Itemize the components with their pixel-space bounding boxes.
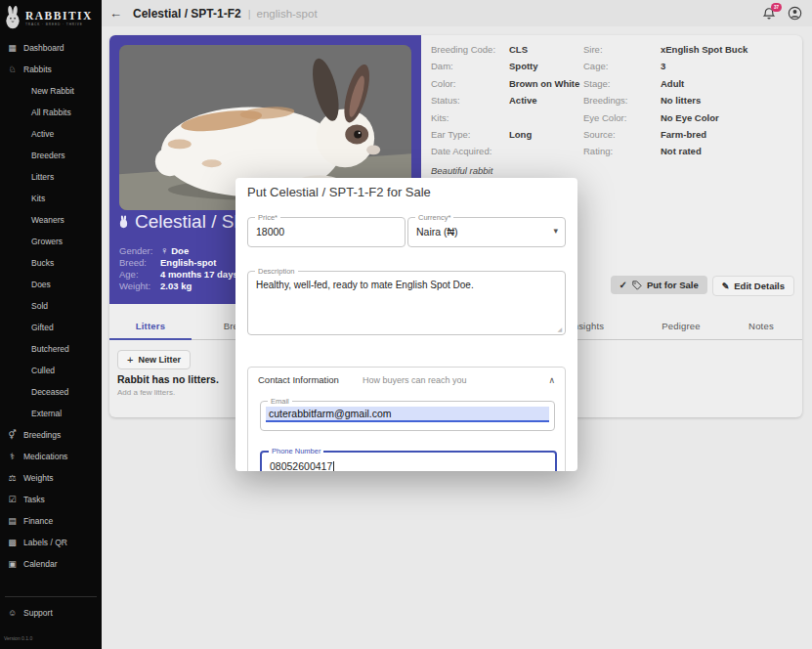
sidebar-item-labels-qr[interactable]: ▩ Labels / QR <box>0 532 102 553</box>
sidebar-item-label: Breeders <box>31 151 65 160</box>
contact-header: Contact Information How buyers can reach… <box>248 368 565 385</box>
calendar-icon: ▣ <box>6 559 19 569</box>
edit-details-button[interactable]: ✎ Edit Details <box>712 276 794 296</box>
detail-value: Adult <box>661 78 796 89</box>
detail-label: Breeding Code: <box>431 44 509 55</box>
notification-badge: 37 <box>771 3 782 12</box>
back-icon[interactable]: ← <box>109 6 122 21</box>
detail-label: Color: <box>431 78 509 89</box>
sidebar-item-medications[interactable]: ⚕ Medications <box>0 446 102 467</box>
detail-label: Stage: <box>583 78 661 89</box>
detail-label: Dam: <box>431 61 509 71</box>
details-column-right: Sire: xEnglish Spot Buck Cage: 3 Stage: … <box>583 44 796 163</box>
detail-label: Ear Type: <box>431 129 509 140</box>
breedings-icon: ⚥ <box>6 430 19 440</box>
email-field[interactable]: Email cuterabbitfarm@gmail.com <box>260 401 555 431</box>
currency-label: Currency* <box>415 213 453 222</box>
sidebar-item-culled[interactable]: Culled <box>0 360 102 381</box>
description-field[interactable]: Description Healthy, well-fed, ready to … <box>247 271 566 335</box>
sidebar-item-breedings[interactable]: ⚥ Breedings <box>0 424 102 446</box>
detail-label: Source: <box>583 129 661 140</box>
sidebar-item-all-rabbits[interactable]: All Rabbits <box>0 102 102 123</box>
sidebar-item-tasks[interactable]: ☑ Tasks <box>0 489 102 510</box>
sidebar-item-label: Litters <box>31 172 54 182</box>
detail-label: Sire: <box>583 44 661 55</box>
summary-row-breed: Breed: English-spot <box>119 256 238 268</box>
detail-label: Date Acquired: <box>431 146 509 156</box>
summary-value: 4 months 17 days <box>160 269 238 280</box>
sidebar-item-support[interactable]: ☺ Support <box>0 602 102 624</box>
brand-tagline: TRACK · BREED · THRIVE <box>25 22 93 26</box>
sidebar-item-label: Finance <box>23 516 53 526</box>
put-for-sale-button[interactable]: ✓ Put for Sale <box>611 276 707 294</box>
detail-value: Brown on White <box>509 78 581 89</box>
sidebar-item-sold[interactable]: Sold <box>0 295 102 317</box>
sidebar-item-label: Kits <box>31 194 45 203</box>
sidebar-item-label: All Rabbits <box>31 108 71 117</box>
notifications-button[interactable]: 37 <box>762 7 776 21</box>
detail-value: Active <box>509 95 581 106</box>
logo[interactable]: RABBITIX TRACK · BREED · THRIVE <box>0 0 102 32</box>
brand-name: RABBITIX <box>25 10 93 22</box>
app-version: Version 0.1.0 <box>4 635 32 641</box>
detail-value: xEnglish Spot Buck <box>661 44 796 55</box>
sidebar-item-kits[interactable]: Kits <box>0 188 102 209</box>
sidebar-item-external[interactable]: External <box>0 403 102 424</box>
phone-value: 08052600417 <box>270 460 332 471</box>
title-separator: | <box>248 8 251 20</box>
detail-value: Farm-bred <box>661 129 796 140</box>
sidebar-divider <box>5 596 97 597</box>
sidebar-item-deceased[interactable]: Deceased <box>0 381 102 403</box>
chevron-up-icon[interactable]: ∧ <box>548 375 555 385</box>
plus-icon: + <box>127 354 133 366</box>
sidebar-item-label: Deceased <box>31 387 68 397</box>
sidebar-item-bucks[interactable]: Bucks <box>0 252 102 274</box>
sidebar-item-litters[interactable]: Litters <box>0 166 102 188</box>
price-field[interactable]: Price* 18000 <box>247 217 406 247</box>
put-for-sale-label: Put for Sale <box>647 280 699 290</box>
summary-label: Breed: <box>119 257 160 268</box>
phone-number-field[interactable]: Phone Number 08052600417 <box>260 451 557 471</box>
sidebar-item-label: Support <box>23 608 53 618</box>
sidebar-item-breeders[interactable]: Breeders <box>0 145 102 166</box>
sidebar-item-calendar[interactable]: ▣ Calendar <box>0 553 102 575</box>
contact-information-section: Contact Information How buyers can reach… <box>247 367 566 471</box>
tasks-icon: ☑ <box>6 495 19 504</box>
labels-qr-icon: ▩ <box>6 538 19 547</box>
currency-select[interactable]: Currency* Naira (₦) ▾ <box>407 217 566 247</box>
sidebar-item-label: Bucks <box>31 258 54 268</box>
sidebar-item-new-rabbit[interactable]: New Rabbit <box>0 80 102 102</box>
tab-pedigree[interactable]: Pedigree <box>640 313 722 338</box>
sidebar-item-rabbits[interactable]: ♘ Rabbits <box>0 59 102 80</box>
new-litter-label: New Litter <box>138 355 181 365</box>
sidebar-item-active[interactable]: Active <box>0 123 102 145</box>
rabbits-icon: ♘ <box>6 65 19 74</box>
details-column-left: Breeding Code: CLS Dam: Spotty Color: Br… <box>431 44 581 163</box>
sidebar-item-label: Breedings <box>23 430 61 440</box>
sidebar-item-weaners[interactable]: Weaners <box>0 209 102 231</box>
sidebar-item-label: External <box>31 409 62 418</box>
tab-litters[interactable]: Litters <box>109 313 192 340</box>
sidebar-item-growers[interactable]: Growers <box>0 231 102 252</box>
litters-empty-title: Rabbit has no litters. <box>117 373 219 385</box>
edit-details-label: Edit Details <box>734 281 785 291</box>
sidebar-item-does[interactable]: Does <box>0 274 102 295</box>
sidebar-item-label: Rabbits <box>23 65 52 74</box>
page-subtitle: english-spot <box>257 8 318 20</box>
chevron-down-icon: ▾ <box>553 226 558 236</box>
sidebar-item-weights[interactable]: ⚖ Weights <box>0 467 102 489</box>
new-litter-button[interactable]: + New Litter <box>117 350 191 369</box>
sidebar-item-finance[interactable]: ▤ Finance <box>0 510 102 532</box>
sidebar-item-dashboard[interactable]: ▦ Dashboard <box>0 37 102 59</box>
email-label: Email <box>268 397 292 406</box>
sidebar-item-gifted[interactable]: Gifted <box>0 317 102 338</box>
sidebar-item-label: Tasks <box>23 495 45 504</box>
resize-grip-icon[interactable]: ◢ <box>557 325 562 332</box>
sidebar-item-butchered[interactable]: Butchered <box>0 338 102 360</box>
phone-label: Phone Number <box>269 447 323 455</box>
rabbit-icon <box>118 215 129 229</box>
summary-value: 2.03 kg <box>160 281 192 291</box>
sidebar-nav: ▦ Dashboard ♘ Rabbits New Rabbit All Rab… <box>0 37 102 575</box>
tab-notes[interactable]: Notes <box>720 313 802 338</box>
account-button[interactable] <box>788 6 802 21</box>
